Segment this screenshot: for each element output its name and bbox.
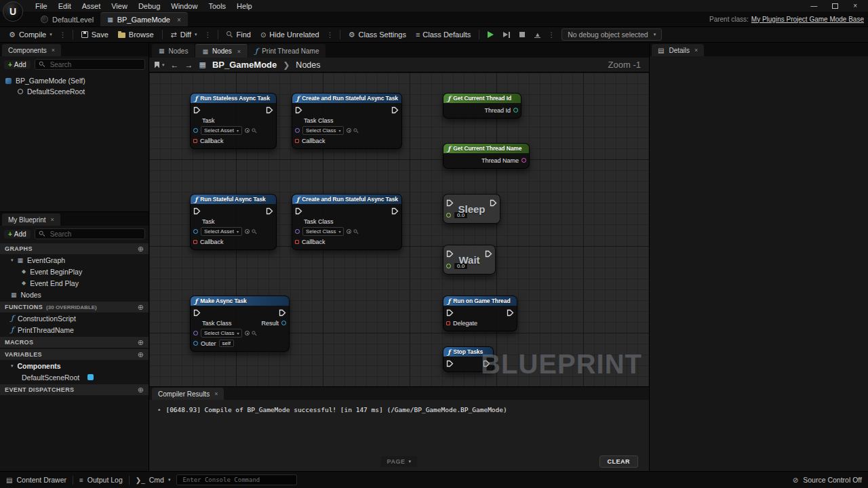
- compile-options-kebab-icon[interactable]: ⋮: [57, 31, 69, 39]
- object-pin[interactable]: [281, 321, 286, 325]
- tab-details[interactable]: ▤ Details ×: [652, 44, 704, 56]
- exec-pin[interactable]: [485, 250, 492, 258]
- exec-pin[interactable]: [507, 309, 514, 317]
- close-icon[interactable]: ×: [51, 216, 54, 223]
- exec-pin[interactable]: [446, 309, 454, 317]
- exec-pin[interactable]: [295, 207, 302, 215]
- value-box[interactable]: self: [219, 340, 234, 347]
- menu-debug[interactable]: Debug: [133, 2, 165, 10]
- node-run-stateless-async-task[interactable]: ƒRun Stateless Async TaskTaskSelect Asse…: [190, 93, 277, 149]
- item-constructionscript[interactable]: ƒConstructionScript: [0, 312, 149, 324]
- tab-components[interactable]: Components ×: [2, 44, 61, 56]
- tree-item-defaultsceneroot[interactable]: DefaultSceneRoot: [0, 86, 149, 97]
- hide-unrelated-button[interactable]: ⊙ Hide Unrelated: [256, 29, 324, 40]
- float-pin[interactable]: [446, 213, 451, 218]
- close-window-button[interactable]: ×: [853, 2, 857, 9]
- compile-button[interactable]: ⚙ Compile ▾: [4, 29, 57, 41]
- item-event-beginplay[interactable]: ◆Event BeginPlay: [0, 266, 149, 277]
- tab-compiler-results[interactable]: Compiler Results ×: [152, 388, 224, 400]
- menu-help[interactable]: Help: [231, 2, 258, 10]
- string-pin[interactable]: [521, 158, 526, 163]
- eject-button[interactable]: ▲: [530, 30, 545, 39]
- select-dropdown[interactable]: Select Asset▾: [201, 227, 242, 236]
- stop-button[interactable]: [515, 30, 530, 39]
- debug-object-dropdown[interactable]: No debug object selected ▾: [561, 28, 662, 41]
- float-pin[interactable]: [446, 264, 451, 268]
- page-dropdown[interactable]: PAGE ▾: [381, 456, 418, 467]
- item-components[interactable]: ▾Components: [0, 360, 149, 371]
- close-icon[interactable]: ×: [52, 47, 55, 54]
- menu-file[interactable]: File: [30, 2, 53, 10]
- asset-pick-icon[interactable]: [245, 229, 250, 234]
- menu-view[interactable]: View: [106, 2, 133, 10]
- source-control-button[interactable]: ⊘ Source Control Off: [793, 476, 862, 484]
- tab-bp-gamemode[interactable]: ▦BP_GameMode×: [100, 12, 188, 26]
- circle-plus-icon[interactable]: ⊕: [138, 350, 144, 359]
- graph-tab-nodes[interactable]: ▦Nodes×: [195, 44, 248, 58]
- section-functions[interactable]: FUNCTIONS(30 OVERRIDABLE)⊕: [0, 302, 149, 312]
- output-log-button[interactable]: ≡ Output Log: [79, 476, 123, 484]
- menu-asset[interactable]: Asset: [77, 2, 106, 10]
- browse-icon[interactable]: [354, 128, 359, 133]
- class-defaults-button[interactable]: ≡ Class Defaults: [411, 29, 475, 40]
- cmd-dropdown[interactable]: ❯_ Cmd ▾: [136, 476, 171, 484]
- close-icon[interactable]: ×: [694, 47, 698, 54]
- frame-skip-button[interactable]: [498, 30, 515, 39]
- circle-plus-icon[interactable]: ⊕: [138, 386, 144, 394]
- item-nodes[interactable]: ▦Nodes: [0, 289, 149, 300]
- exec-pin[interactable]: [266, 106, 273, 114]
- delegate-pin[interactable]: [446, 321, 450, 325]
- select-dropdown[interactable]: Select Asset▾: [201, 126, 242, 135]
- tab-my-blueprint[interactable]: My Blueprint ×: [2, 214, 60, 226]
- add-blueprint-item-button[interactable]: + Add: [4, 230, 31, 239]
- node-make-async-task[interactable]: ƒMake Async TaskTask ClassResultSelect C…: [190, 296, 290, 352]
- delegate-pin[interactable]: [193, 240, 197, 244]
- components-search-input[interactable]: [49, 60, 141, 69]
- object-pin[interactable]: [193, 128, 198, 133]
- chevron-down-icon[interactable]: ▾: [162, 62, 165, 68]
- back-button[interactable]: ←: [171, 60, 179, 70]
- browse-button[interactable]: Browse: [113, 29, 159, 40]
- item-defaultsceneroot[interactable]: DefaultSceneRoot: [0, 371, 149, 383]
- section-variables[interactable]: VARIABLES⊕: [0, 349, 149, 360]
- class-settings-button[interactable]: ⚙ Class Settings: [344, 29, 411, 41]
- node-create-and-run-stateful-async-task[interactable]: ƒCreate and Run Stateful Async TaskTask …: [292, 93, 402, 149]
- browse-icon[interactable]: [252, 128, 257, 133]
- maximize-button[interactable]: [832, 3, 838, 9]
- value-box[interactable]: 0.0: [454, 262, 468, 270]
- node-get-current-thread-id[interactable]: ƒGet Current Thread IdThread Id: [443, 93, 521, 119]
- graph-canvas[interactable]: ƒRun Stateless Async TaskTaskSelect Asse…: [149, 73, 649, 386]
- find-button[interactable]: Find: [222, 29, 256, 40]
- class-pin[interactable]: [295, 128, 300, 133]
- asset-pick-icon[interactable]: [245, 128, 250, 133]
- tree-item-bp-gamemode-self[interactable]: BP_GameMode (Self): [0, 75, 149, 86]
- clear-button[interactable]: CLEAR: [599, 455, 639, 468]
- item-event-end-play[interactable]: ◆Event End Play: [0, 277, 149, 289]
- browse-icon[interactable]: [252, 229, 257, 234]
- tab-defaultlevel[interactable]: DefaultLevel: [34, 12, 100, 26]
- object-pin[interactable]: [193, 341, 198, 346]
- my-blueprint-search-input[interactable]: [49, 230, 141, 239]
- forward-button[interactable]: →: [185, 60, 193, 70]
- exec-pin[interactable]: [391, 106, 399, 114]
- browse-icon[interactable]: [252, 331, 257, 336]
- int-pin[interactable]: [513, 108, 518, 113]
- node-wait[interactable]: Wait0.0: [443, 245, 496, 274]
- close-icon[interactable]: ×: [214, 390, 218, 397]
- asset-pick-icon[interactable]: [245, 331, 250, 336]
- exec-pin[interactable]: [391, 207, 399, 215]
- circle-plus-icon[interactable]: ⊕: [138, 245, 144, 253]
- exec-pin[interactable]: [193, 309, 201, 317]
- delegate-pin[interactable]: [295, 139, 299, 143]
- menu-edit[interactable]: Edit: [53, 2, 77, 10]
- select-dropdown[interactable]: Select Class▾: [302, 227, 344, 236]
- item-eventgraph[interactable]: ▾▦EventGraph: [0, 254, 149, 266]
- graph-tab-print-thread-name[interactable]: ƒPrint Thread Name: [248, 44, 326, 58]
- asset-pick-icon[interactable]: [347, 128, 351, 133]
- menu-tools[interactable]: Tools: [203, 2, 231, 10]
- diff-options-kebab-icon[interactable]: ⋮: [202, 31, 214, 39]
- exec-pin[interactable]: [446, 199, 454, 207]
- node-create-and-run-stateful-async-task[interactable]: ƒCreate and Run Stateful Async TaskTask …: [292, 194, 402, 250]
- exec-pin[interactable]: [193, 106, 201, 114]
- exec-pin[interactable]: [279, 309, 286, 317]
